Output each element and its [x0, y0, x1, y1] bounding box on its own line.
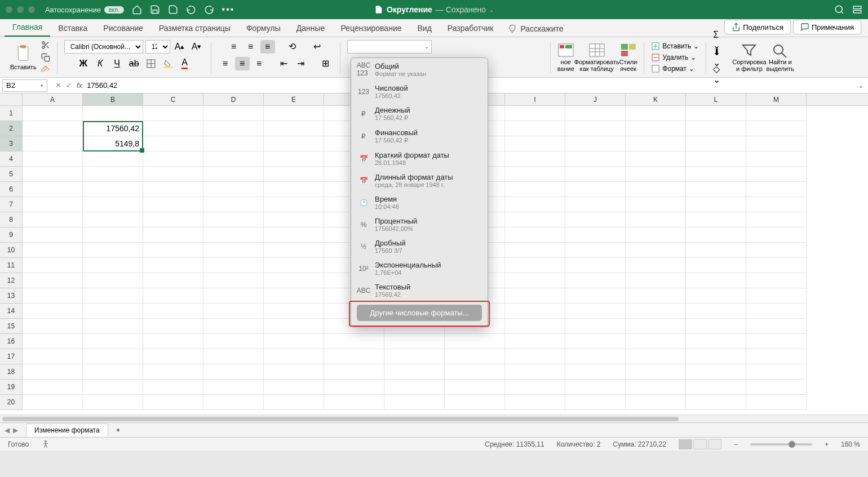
wrap-text-icon[interactable]: ↩ — [310, 40, 325, 54]
cell[interactable] — [264, 349, 324, 364]
cell[interactable] — [384, 395, 445, 410]
cell[interactable] — [324, 364, 384, 380]
cell[interactable] — [626, 167, 686, 182]
cell[interactable] — [746, 273, 807, 288]
cell[interactable] — [505, 197, 565, 212]
conditional-format-button[interactable]: ное вание — [557, 43, 574, 72]
font-name-select[interactable]: Calibri (Основной... — [64, 40, 143, 54]
cell[interactable] — [626, 349, 686, 364]
number-format-option[interactable]: 📅 Длинный формат даты среда, 28 января 1… — [351, 170, 488, 191]
number-format-option[interactable]: 🕐 Время 10:04:48 — [351, 191, 488, 213]
cell[interactable] — [565, 349, 626, 364]
tab-review[interactable]: Рецензирование — [333, 20, 409, 37]
align-center-icon[interactable]: ≡ — [235, 57, 250, 70]
cell[interactable] — [203, 136, 264, 151]
undo-icon[interactable] — [186, 5, 196, 15]
cell[interactable] — [264, 121, 324, 136]
sheet-next-icon[interactable]: ▶ — [13, 426, 18, 434]
cell[interactable] — [505, 121, 565, 136]
minimize-icon[interactable] — [17, 6, 24, 13]
cell[interactable] — [23, 228, 83, 243]
number-format-option[interactable]: % Процентный 1756042,00% — [351, 213, 488, 235]
cell[interactable] — [626, 182, 686, 197]
cell[interactable] — [686, 151, 746, 167]
cell[interactable] — [626, 243, 686, 258]
cell[interactable] — [264, 364, 324, 380]
cell[interactable] — [746, 228, 807, 243]
cell[interactable] — [83, 151, 143, 167]
row-header[interactable]: 18 — [0, 364, 23, 380]
cell[interactable] — [23, 319, 83, 334]
cell[interactable] — [746, 182, 807, 197]
cell[interactable] — [746, 106, 807, 121]
cell[interactable] — [203, 212, 264, 228]
cell[interactable] — [445, 380, 505, 395]
cell[interactable] — [445, 395, 505, 410]
cell[interactable] — [686, 197, 746, 212]
row-header[interactable]: 2 — [0, 121, 23, 136]
cell[interactable] — [626, 273, 686, 288]
cell[interactable] — [203, 334, 264, 349]
cell[interactable] — [686, 121, 746, 136]
view-page-break-button[interactable] — [708, 439, 721, 449]
cell[interactable] — [143, 243, 203, 258]
cell[interactable] — [143, 151, 203, 167]
align-right-icon[interactable]: ≡ — [252, 57, 267, 70]
view-page-layout-button[interactable] — [693, 439, 707, 449]
cell[interactable] — [746, 364, 807, 380]
cell[interactable] — [23, 182, 83, 197]
cell[interactable] — [23, 395, 83, 410]
cell[interactable] — [83, 212, 143, 228]
autosum-icon[interactable]: Σ ⌄ — [713, 34, 728, 47]
close-icon[interactable] — [6, 6, 12, 13]
cell[interactable] — [264, 243, 324, 258]
cell[interactable] — [264, 212, 324, 228]
cell[interactable] — [565, 380, 626, 395]
cell[interactable] — [23, 212, 83, 228]
row-header[interactable]: 9 — [0, 228, 23, 243]
sheet-tab-active[interactable]: Изменение формата — [26, 423, 108, 436]
tell-me[interactable]: Расскажите — [501, 21, 570, 37]
cell[interactable] — [746, 395, 807, 410]
increase-font-icon[interactable]: A▴ — [172, 40, 187, 54]
cell[interactable] — [746, 334, 807, 349]
cell[interactable] — [264, 136, 324, 151]
align-bottom-icon[interactable]: ≡ — [260, 40, 275, 54]
sheet-prev-icon[interactable]: ◀ — [5, 426, 10, 434]
cell[interactable] — [746, 380, 807, 395]
strike-button[interactable]: ab — [127, 57, 141, 70]
row-header[interactable]: 11 — [0, 258, 23, 273]
cell[interactable] — [686, 349, 746, 364]
col-header[interactable]: I — [505, 93, 565, 105]
cell[interactable] — [143, 197, 203, 212]
cell[interactable] — [505, 106, 565, 121]
cell[interactable] — [626, 380, 686, 395]
cell[interactable] — [143, 364, 203, 380]
decrease-indent-icon[interactable]: ⇤ — [277, 57, 291, 70]
zoom-out-button[interactable]: − — [734, 440, 738, 448]
cell[interactable] — [626, 258, 686, 273]
cell[interactable] — [83, 364, 143, 380]
col-header[interactable]: C — [143, 93, 203, 105]
sort-filter-button[interactable]: Сортировка и фильтр — [732, 43, 766, 72]
cell[interactable] — [686, 304, 746, 319]
cell[interactable] — [384, 364, 445, 380]
cell[interactable] — [746, 212, 807, 228]
row-header[interactable]: 6 — [0, 182, 23, 197]
accessibility-icon[interactable] — [41, 440, 50, 449]
cell[interactable] — [565, 364, 626, 380]
cell[interactable] — [203, 121, 264, 136]
select-all-corner[interactable] — [0, 93, 23, 105]
cell[interactable] — [746, 349, 807, 364]
cell[interactable] — [505, 228, 565, 243]
cell[interactable] — [626, 121, 686, 136]
cell[interactable] — [505, 212, 565, 228]
autosave-toggle[interactable]: вкл. — [104, 6, 123, 14]
cell[interactable] — [83, 197, 143, 212]
number-format-option[interactable]: ₽ Денежный 17 560,42 ₽ — [351, 102, 488, 125]
cell[interactable] — [565, 334, 626, 349]
cell[interactable] — [686, 258, 746, 273]
cell[interactable] — [23, 273, 83, 288]
cell[interactable] — [565, 258, 626, 273]
cell[interactable] — [626, 197, 686, 212]
